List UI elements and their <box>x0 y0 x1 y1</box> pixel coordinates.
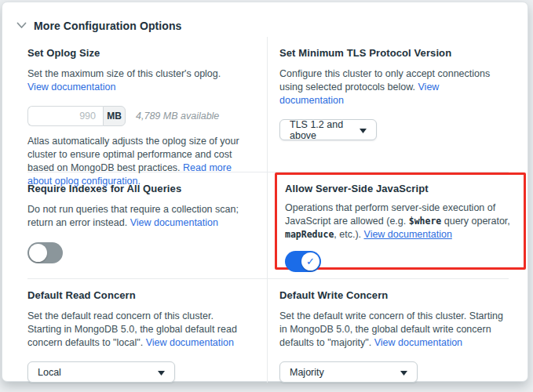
section-server-side-js: Allow Server-Side JavaScript Operations … <box>267 172 509 278</box>
write-concern-dropdown[interactable]: Majority <box>279 361 418 383</box>
section-require-indexes: Require Indexes for All Queries Do not r… <box>27 172 267 278</box>
server-js-toggle[interactable]: ✓ <box>285 251 321 272</box>
oplog-available-text: 4,789 MB available <box>136 111 219 122</box>
row-oplog-tls: Set Oplog Size Set the maximum size of t… <box>27 37 509 172</box>
server-js-title: Allow Server-Side JavaScript <box>285 183 514 194</box>
oplog-description: Set the maximum size of this cluster's o… <box>27 67 250 94</box>
caret-down-icon <box>360 125 367 136</box>
row-read-write-concern: Default Read Concern Set the default rea… <box>27 278 509 381</box>
config-rows: Set Oplog Size Set the maximum size of t… <box>27 37 509 381</box>
more-configuration-panel: More Configuration Options Set Oplog Siz… <box>2 2 528 382</box>
section-read-concern: Default Read Concern Set the default rea… <box>27 279 267 383</box>
chevron-down-icon[interactable] <box>16 22 27 29</box>
caret-down-icon <box>158 367 165 378</box>
tls-description-text: Configure this cluster to only accept co… <box>279 68 490 93</box>
section-set-oplog-size: Set Oplog Size Set the maximum size of t… <box>27 37 267 188</box>
check-icon: ✓ <box>306 256 315 267</box>
server-js-desc-part2: query operator, <box>441 216 510 227</box>
tls-version-dropdown[interactable]: TLS 1.2 and above <box>279 119 377 140</box>
panel-header: More Configuration Options <box>2 2 528 37</box>
oplog-input-row: MB 4,789 MB available <box>27 106 250 126</box>
read-concern-title: Default Read Concern <box>27 289 250 301</box>
mapreduce-code: mapReduce <box>285 229 334 240</box>
toggle-knob <box>29 244 47 262</box>
tls-dropdown-value: TLS 1.2 and above <box>290 119 360 141</box>
caret-down-icon <box>400 367 407 378</box>
toggle-knob: ✓ <box>301 252 319 270</box>
section-write-concern: Default Write Concern Set the default wr… <box>267 279 509 383</box>
require-indexes-description: Do not run queries that require a collec… <box>27 203 250 230</box>
tls-title: Set Minimum TLS Protocol Version <box>279 47 509 59</box>
tls-description: Configure this cluster to only accept co… <box>279 67 506 107</box>
row-indexes-serverjs: Require Indexes for All Queries Do not r… <box>27 172 509 278</box>
write-concern-doc-link[interactable]: View documentation <box>374 337 462 348</box>
oplog-doc-link[interactable]: View documentation <box>27 82 115 93</box>
read-concern-doc-link[interactable]: View documentation <box>146 337 234 348</box>
write-concern-title: Default Write Concern <box>279 289 509 301</box>
require-indexes-title: Require Indexes for All Queries <box>27 183 250 194</box>
section-min-tls-version: Set Minimum TLS Protocol Version Configu… <box>267 37 509 188</box>
oplog-description-text: Set the maximum size of this cluster's o… <box>27 68 221 79</box>
oplog-size-input[interactable] <box>27 106 103 126</box>
read-concern-dropdown-value: Local <box>38 367 61 378</box>
read-concern-description: Set the default read concern of this clu… <box>27 310 250 350</box>
write-concern-dropdown-value: Majority <box>290 367 324 378</box>
oplog-unit-label: MB <box>103 106 126 126</box>
panel-title: More Configuration Options <box>34 20 181 32</box>
server-js-doc-link[interactable]: View documentation <box>364 229 452 240</box>
highlight-red-box: Allow Server-Side JavaScript Operations … <box>275 172 526 270</box>
server-js-desc-part3: , etc.). <box>334 229 363 240</box>
where-operator-code: $where <box>409 216 442 227</box>
oplog-title: Set Oplog Size <box>27 47 250 59</box>
server-js-description: Operations that perform server-side exec… <box>285 201 514 241</box>
read-concern-dropdown[interactable]: Local <box>27 361 175 383</box>
write-concern-description: Set the default write concern of this cl… <box>279 310 506 350</box>
require-indexes-doc-link[interactable]: View documentation <box>130 217 218 228</box>
require-indexes-toggle[interactable] <box>27 242 63 263</box>
